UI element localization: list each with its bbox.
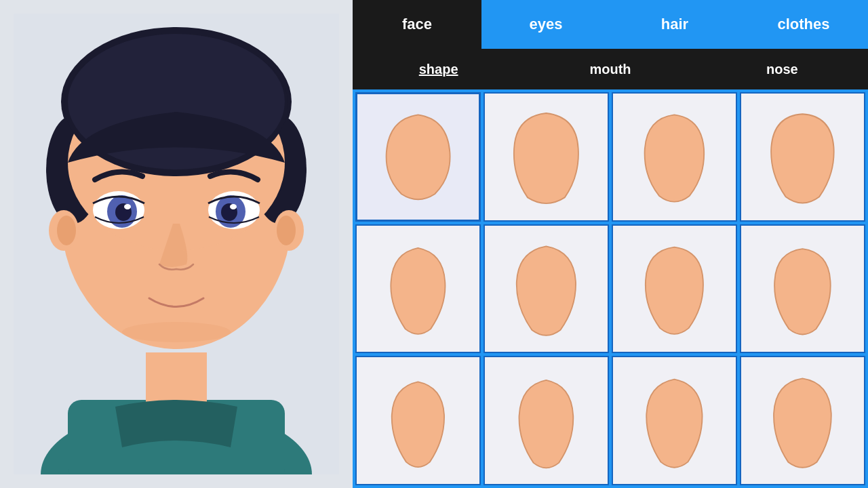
subtab-shape[interactable]: shape — [353, 49, 524, 89]
face-shape-6[interactable] — [484, 224, 609, 354]
face-shape-4[interactable] — [740, 92, 865, 222]
svg-point-19 — [124, 204, 131, 209]
tab-eyes[interactable]: eyes — [481, 0, 610, 49]
svg-point-24 — [122, 322, 231, 342]
grid-area — [353, 89, 868, 488]
tab-clothes[interactable]: clothes — [739, 0, 868, 49]
svg-point-11 — [57, 216, 76, 245]
avatar-svg — [14, 14, 339, 474]
face-shape-8[interactable] — [740, 224, 865, 354]
sub-tabs: shape mouth nose — [353, 49, 868, 89]
face-shape-3[interactable] — [612, 92, 737, 222]
avatar-panel — [0, 0, 353, 488]
face-shape-5[interactable] — [355, 224, 481, 354]
tab-face[interactable]: face — [353, 0, 481, 49]
svg-point-23 — [230, 204, 237, 209]
face-shape-7[interactable] — [612, 224, 737, 354]
face-grid — [355, 92, 865, 485]
subtab-nose[interactable]: nose — [696, 49, 868, 89]
face-shape-10[interactable] — [484, 356, 609, 485]
face-shape-2[interactable] — [484, 92, 609, 222]
face-shape-12[interactable] — [740, 356, 865, 485]
face-shape-9[interactable] — [355, 356, 481, 485]
customizer-panel: face eyes hair clothes shape mouth nose — [353, 0, 868, 488]
svg-point-13 — [277, 216, 296, 245]
top-tabs: face eyes hair clothes — [353, 0, 868, 49]
face-shape-11[interactable] — [612, 356, 737, 485]
face-shape-1[interactable] — [355, 92, 481, 222]
subtab-mouth[interactable]: mouth — [524, 49, 696, 89]
tab-hair[interactable]: hair — [610, 0, 739, 49]
svg-rect-3 — [146, 352, 207, 407]
